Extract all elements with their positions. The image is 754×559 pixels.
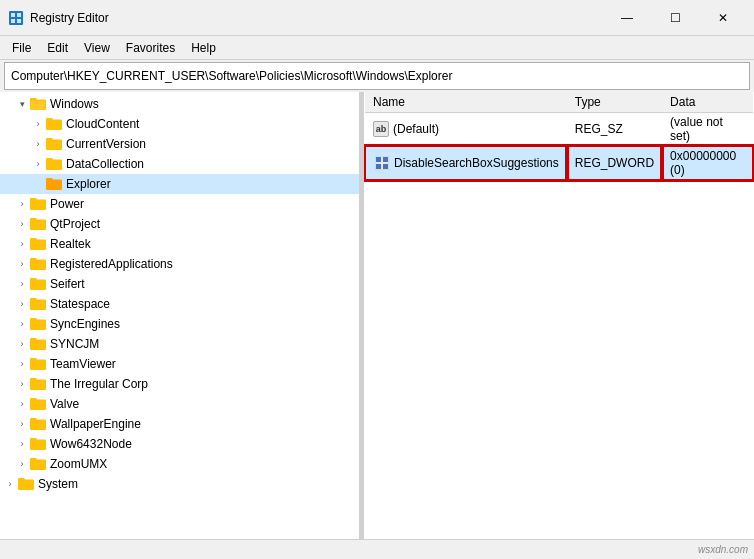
menu-bar: File Edit View Favorites Help [0,36,754,60]
tree-label: QtProject [48,217,100,231]
address-bar[interactable]: Computer\HKEY_CURRENT_USER\Software\Poli… [4,62,750,90]
entry-name: (Default) [393,122,439,136]
chevron-icon: › [16,298,28,310]
table-row-selected[interactable]: DisableSearchBoxSuggestions REG_DWORD 0x… [365,146,753,180]
folder-icon [30,196,46,212]
tree-label: Statespace [48,297,110,311]
tree-label-system: System [36,477,78,491]
tree-label: DataCollection [64,157,144,171]
tree-label: ZoomUMX [48,457,107,471]
title-bar: Registry Editor — ☐ ✕ [0,0,754,36]
chevron-icon: › [16,238,28,250]
chevron-icon: › [16,258,28,270]
folder-icon [18,476,34,492]
svg-rect-7 [383,157,388,162]
name-cell[interactable]: DisableSearchBoxSuggestions [365,146,567,180]
col-data: Data [662,92,753,113]
app-icon [8,10,24,26]
chevron-icon: › [16,198,28,210]
entry-name: DisableSearchBoxSuggestions [394,156,559,170]
menu-edit[interactable]: Edit [39,39,76,57]
chevron-icon: › [16,358,28,370]
tree-item-syncjm[interactable]: › SYNCJM [0,334,359,354]
menu-file[interactable]: File [4,39,39,57]
svg-rect-1 [11,13,15,17]
svg-rect-6 [376,157,381,162]
tree-item-valve[interactable]: › Valve [0,394,359,414]
main-content: ▾ Windows › CloudContent › [0,92,754,539]
tree-item-explorer[interactable]: Explorer [0,174,359,194]
chevron-icon: › [32,118,44,130]
close-button[interactable]: ✕ [700,3,746,33]
data-cell: 0x00000000 (0) [662,146,753,180]
tree-label: Seifert [48,277,85,291]
tree-label: Valve [48,397,79,411]
tree-item-registeredapps[interactable]: › RegisteredApplications [0,254,359,274]
tree-label: TeamViewer [48,357,116,371]
tree-panel[interactable]: ▾ Windows › CloudContent › [0,92,360,539]
tree-label: Realtek [48,237,91,251]
tree-item-statespace[interactable]: › Statespace [0,294,359,314]
folder-icon [30,436,46,452]
tree-item-seifert[interactable]: › Seifert [0,274,359,294]
chevron-icon: › [16,438,28,450]
tree-item-syncengines[interactable]: › SyncEngines [0,314,359,334]
folder-icon [30,416,46,432]
right-panel[interactable]: Name Type Data ab (Default) REG_SZ (valu… [364,92,754,539]
tree-label: CurrentVersion [64,137,146,151]
window-title: Registry Editor [30,11,604,25]
svg-rect-9 [383,164,388,169]
tree-item-currentversion[interactable]: › CurrentVersion [0,134,359,154]
svg-rect-4 [17,19,21,23]
tree-label: Wow6432Node [48,437,132,451]
folder-icon [30,316,46,332]
folder-icon [46,116,62,132]
folder-icon [46,156,62,172]
type-cell: REG_SZ [567,113,662,147]
address-path: Computer\HKEY_CURRENT_USER\Software\Poli… [11,69,452,83]
minimize-button[interactable]: — [604,3,650,33]
tree-item-power[interactable]: › Power [0,194,359,214]
chevron-icon: › [32,158,44,170]
window-controls: — ☐ ✕ [604,3,746,33]
tree-label: WallpaperEngine [48,417,141,431]
menu-favorites[interactable]: Favorites [118,39,183,57]
menu-view[interactable]: View [76,39,118,57]
folder-icon [46,176,62,192]
ab-icon: ab [373,121,389,137]
col-name: Name [365,92,567,113]
tree-item-system[interactable]: › System [0,474,359,494]
tree-item-windows[interactable]: ▾ Windows [0,94,359,114]
folder-icon [30,376,46,392]
chevron-icon: › [32,138,44,150]
tree-item-theirregularcorp[interactable]: › The Irregular Corp [0,374,359,394]
tree-item-qtproject[interactable]: › QtProject [0,214,359,234]
table-row[interactable]: ab (Default) REG_SZ (value not set) [365,113,753,147]
tree-item-cloudcontent[interactable]: › CloudContent [0,114,359,134]
tree-item-realtek[interactable]: › Realtek [0,234,359,254]
folder-icon [46,136,62,152]
tree-label-windows: Windows [48,97,99,111]
tree-item-wallpaperengine[interactable]: › WallpaperEngine [0,414,359,434]
tree-item-zoomumx[interactable]: › ZoomUMX [0,454,359,474]
chevron-icon [32,178,44,190]
status-bar [0,539,754,559]
type-cell: REG_DWORD [567,146,662,180]
folder-icon [30,236,46,252]
grid-icon [374,155,390,171]
chevron-icon: › [16,398,28,410]
folder-icon [30,456,46,472]
menu-help[interactable]: Help [183,39,224,57]
svg-rect-2 [17,13,21,17]
chevron-icon: › [16,338,28,350]
data-cell: (value not set) [662,113,753,147]
name-cell[interactable]: ab (Default) [365,113,567,147]
tree-label: SyncEngines [48,317,120,331]
folder-icon [30,216,46,232]
maximize-button[interactable]: ☐ [652,3,698,33]
folder-icon [30,336,46,352]
folder-icon [30,276,46,292]
tree-item-datacollection[interactable]: › DataCollection [0,154,359,174]
tree-item-teamviewer[interactable]: › TeamViewer [0,354,359,374]
tree-item-wow6432node[interactable]: › Wow6432Node [0,434,359,454]
